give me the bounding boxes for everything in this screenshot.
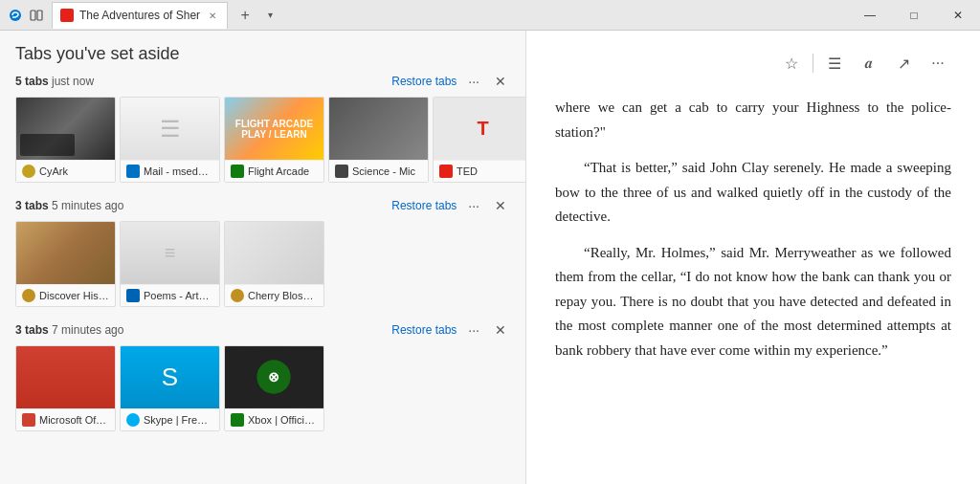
tab-thumb-skype[interactable]: S Skype | Free cal... <box>120 345 220 431</box>
tab-title: The Adventures of Sher <box>79 9 200 22</box>
tab-close-button[interactable]: ✕ <box>206 9 219 22</box>
tab-group-1-actions: Restore tabs ··· ✕ <box>391 74 510 89</box>
tab-thumb-poems-label: Poems - Arts in... <box>121 284 219 306</box>
tab-group-3: 3 tabs 7 minutes ago Restore tabs ··· ✕ … <box>0 322 525 447</box>
tab-thumb-mail-label: Mail - msedged... <box>121 160 219 182</box>
tab-group-2-count: 3 tabs <box>15 199 49 212</box>
svg-rect-1 <box>31 11 35 20</box>
tab-thumb-ted[interactable]: T TED <box>433 97 526 183</box>
tab-thumb-msoffice-img <box>16 346 115 408</box>
restore-tabs-2-button[interactable]: Restore tabs <box>391 199 457 212</box>
minimize-button[interactable]: — <box>848 0 892 31</box>
read-aloud-button[interactable]: 𝒂 <box>856 50 882 77</box>
tab-thumb-discover-img <box>16 222 115 284</box>
tab-favicon <box>60 9 74 22</box>
tab-thumb-xbox[interactable]: ⊗ Xbox | Official S... <box>224 345 324 431</box>
title-bar-icons <box>8 8 44 23</box>
more-options-1-button[interactable]: ··· <box>464 74 483 89</box>
svg-point-0 <box>10 10 21 21</box>
title-bar-controls: — □ ✕ <box>848 0 980 31</box>
tab-bar: The Adventures of Sher ✕ + ▾ <box>52 2 848 29</box>
tab-thumb-xbox-img: ⊗ <box>225 346 323 408</box>
xbox-title: Xbox | Official S... <box>248 414 318 426</box>
skype-favicon <box>126 413 140 427</box>
science-favicon <box>335 165 348 178</box>
main-layout: Tabs you've set aside 5 tabs just now Re… <box>0 31 980 484</box>
tab-group-3-info: 3 tabs 7 minutes ago <box>15 323 391 337</box>
tab-thumb-skype-img: S <box>121 346 219 408</box>
more-options-2-button[interactable]: ··· <box>464 198 483 213</box>
share-button[interactable]: ↗ <box>890 50 917 77</box>
active-tab[interactable]: The Adventures of Sher ✕ <box>52 2 228 29</box>
close-group-1-button[interactable]: ✕ <box>491 74 510 89</box>
reading-paragraph-2: “That is better,” said John Clay serenel… <box>555 156 951 230</box>
tab-thumb-cyark-img <box>16 98 115 160</box>
ted-title: TED <box>457 165 478 177</box>
mail-title: Mail - msedged... <box>144 165 213 177</box>
close-group-3-button[interactable]: ✕ <box>491 322 510 338</box>
tab-group-2: 3 tabs 5 minutes ago Restore tabs ··· ✕ … <box>0 198 525 322</box>
xbox-favicon <box>231 413 244 427</box>
tab-group-3-time: 7 minutes ago <box>52 323 123 337</box>
cyark-favicon <box>22 165 35 178</box>
tab-group-2-thumbnails: Discover Histor... Poems - Arts in... Ch… <box>15 221 510 307</box>
tab-thumb-ted-label: TED <box>434 160 526 182</box>
reading-paragraph-1: where we can get a cab to carry your Hig… <box>555 96 951 144</box>
tabs-aside-panel: Tabs you've set aside 5 tabs just now Re… <box>0 31 526 484</box>
tab-thumb-science[interactable]: Science - Mic <box>328 97 429 183</box>
close-button[interactable]: ✕ <box>936 0 980 31</box>
tab-group-3-thumbnails: Microsoft Offic... S Skype | Free cal... <box>15 345 510 431</box>
tab-thumb-mail-img <box>121 98 219 160</box>
skype-title: Skype | Free cal... <box>144 414 213 426</box>
tab-thumb-discover[interactable]: Discover Histor... <box>15 221 116 307</box>
discover-title: Discover Histor... <box>39 290 109 301</box>
new-tab-button[interactable]: + <box>232 2 258 29</box>
more-options-3-button[interactable]: ··· <box>464 322 483 338</box>
tab-group-1: 5 tabs just now Restore tabs ··· ✕ CyArk <box>0 74 525 198</box>
cherry-title: Cherry Blossom... <box>248 290 318 301</box>
reading-panel: ☆ ☰ 𝒂 ↗ ··· where we can get a cab to ca… <box>526 31 980 484</box>
tab-thumb-poems[interactable]: Poems - Arts in... <box>120 221 220 307</box>
ted-favicon <box>439 165 453 178</box>
tab-thumb-ted-img: T <box>434 98 526 160</box>
panel-heading: Tabs you've set aside <box>0 31 525 74</box>
close-group-2-button[interactable]: ✕ <box>491 198 510 213</box>
reading-view-button[interactable]: ☰ <box>821 50 848 77</box>
cyark-title: CyArk <box>39 165 68 177</box>
title-bar: The Adventures of Sher ✕ + ▾ — □ ✕ <box>0 0 980 31</box>
tab-thumb-flight-label: Flight Arcade <box>225 160 323 182</box>
toolbar-divider-1 <box>813 54 813 73</box>
tab-thumb-cherry[interactable]: Cherry Blossom... <box>224 221 324 307</box>
tab-group-2-header: 3 tabs 5 minutes ago Restore tabs ··· ✕ <box>15 198 510 213</box>
tab-group-2-actions: Restore tabs ··· ✕ <box>391 198 510 213</box>
restore-tabs-3-button[interactable]: Restore tabs <box>391 323 457 337</box>
tab-group-2-info: 3 tabs 5 minutes ago <box>15 199 391 212</box>
tab-group-3-count: 3 tabs <box>15 323 49 337</box>
edge-icon <box>8 8 23 23</box>
tab-thumb-poems-img <box>121 222 219 284</box>
tab-thumb-cyark-label: CyArk <box>16 160 115 182</box>
tab-thumb-msoffice[interactable]: Microsoft Offic... <box>15 345 116 431</box>
tab-dropdown-button[interactable]: ▾ <box>258 2 281 29</box>
svg-rect-2 <box>37 11 42 20</box>
tab-thumb-cherry-img <box>225 222 323 284</box>
tab-thumb-flight[interactable]: FLIGHT ARCADEPLAY / LEARN Flight Arcade <box>224 97 324 183</box>
tab-group-3-header: 3 tabs 7 minutes ago Restore tabs ··· ✕ <box>15 322 510 338</box>
restore-tabs-1-button[interactable]: Restore tabs <box>391 75 457 88</box>
tab-thumb-msoffice-label: Microsoft Offic... <box>16 408 115 430</box>
tab-thumb-cherry-label: Cherry Blossom... <box>225 284 323 306</box>
reading-paragraph-3: “Really, Mr. Holmes,” said Mr. Merryweat… <box>555 241 951 363</box>
favorite-button[interactable]: ☆ <box>778 50 805 77</box>
aside-icon[interactable] <box>29 8 44 23</box>
flight-title: Flight Arcade <box>248 165 309 177</box>
more-button[interactable]: ··· <box>924 50 951 77</box>
poems-favicon <box>126 289 140 302</box>
discover-favicon <box>22 289 35 302</box>
tab-thumb-skype-label: Skype | Free cal... <box>121 408 219 430</box>
maximize-button[interactable]: □ <box>892 0 936 31</box>
tab-thumb-cyark[interactable]: CyArk <box>15 97 116 183</box>
tab-group-1-count: 5 tabs <box>15 75 49 88</box>
reading-toolbar: ☆ ☰ 𝒂 ↗ ··· <box>555 50 951 80</box>
tab-thumb-mail[interactable]: Mail - msedged... <box>120 97 220 183</box>
reading-content: where we can get a cab to carry your Hig… <box>555 96 951 363</box>
